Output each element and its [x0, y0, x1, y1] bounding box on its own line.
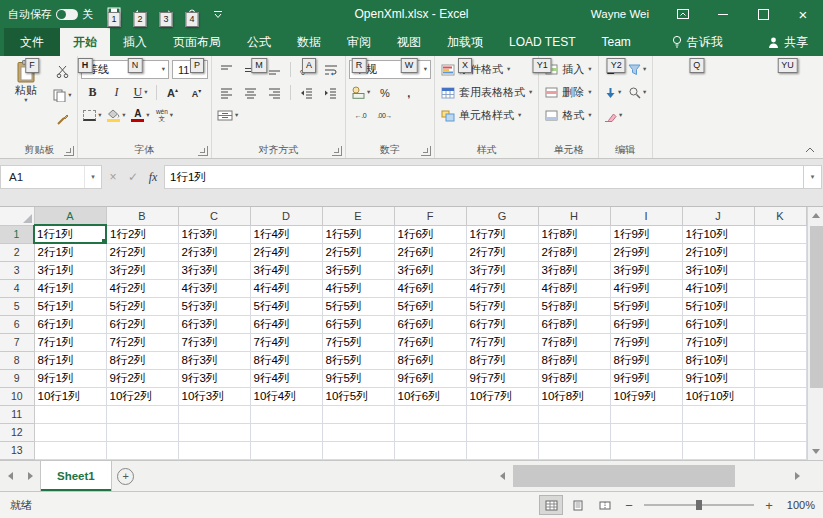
format-as-table-button[interactable]: 套用表格格式 ▾ [438, 81, 535, 104]
cell-C6[interactable]: 6行3列 [178, 315, 250, 333]
cell-C3[interactable]: 3行3列 [178, 261, 250, 279]
cell-J9[interactable]: 9行10列 [682, 369, 754, 387]
cell-E13[interactable] [322, 441, 394, 459]
cell-G8[interactable]: 8行7列 [466, 351, 538, 369]
column-header-F[interactable]: F [394, 207, 466, 225]
cut-button[interactable] [51, 62, 74, 81]
cell-H7[interactable]: 7行8列 [538, 333, 610, 351]
row-header-8[interactable]: 8 [0, 351, 34, 369]
conditional-formatting-button[interactable]: 条件格式 ▾ [438, 58, 535, 81]
cell-H9[interactable]: 9行8列 [538, 369, 610, 387]
cell-H4[interactable]: 4行8列 [538, 279, 610, 297]
cell-K4[interactable] [754, 279, 806, 297]
cell-H11[interactable] [538, 405, 610, 423]
cell-H5[interactable]: 5行8列 [538, 297, 610, 315]
column-header-B[interactable]: B [106, 207, 178, 225]
cell-J4[interactable]: 4行10列 [682, 279, 754, 297]
page-layout-view-button[interactable] [566, 495, 590, 515]
cell-E1[interactable]: 1行5列 [322, 225, 394, 243]
column-header-A[interactable]: A [34, 207, 106, 225]
column-header-I[interactable]: I [610, 207, 682, 225]
cell-D4[interactable]: 4行4列 [250, 279, 322, 297]
cell-C11[interactable] [178, 405, 250, 423]
cell-H6[interactable]: 6行8列 [538, 315, 610, 333]
dialog-launcher-icon[interactable] [64, 146, 74, 156]
column-header-C[interactable]: C [178, 207, 250, 225]
cell-J6[interactable]: 6行10列 [682, 315, 754, 333]
align-left-button[interactable] [215, 83, 238, 102]
scroll-down-button[interactable] [808, 443, 823, 460]
cell-D7[interactable]: 7行4列 [250, 333, 322, 351]
cell-E7[interactable]: 7行5列 [322, 333, 394, 351]
cell-D8[interactable]: 8行4列 [250, 351, 322, 369]
cell-I5[interactable]: 5行9列 [610, 297, 682, 315]
scroll-right-button[interactable] [789, 461, 806, 491]
cell-J7[interactable]: 7行10列 [682, 333, 754, 351]
ribbon-tab-9[interactable]: LOAD TESTY1 [496, 28, 588, 56]
align-top-button[interactable] [215, 60, 238, 79]
column-header-H[interactable]: H [538, 207, 610, 225]
cell-G12[interactable] [466, 423, 538, 441]
insert-function-button[interactable]: fx [144, 165, 162, 189]
cell-styles-button[interactable]: 单元格样式 ▾ [438, 104, 535, 127]
cell-B12[interactable] [106, 423, 178, 441]
undo-button[interactable]: 2 [127, 0, 153, 28]
cell-B10[interactable]: 10行2列 [106, 387, 178, 405]
cell-D10[interactable]: 10行4列 [250, 387, 322, 405]
row-header-7[interactable]: 7 [0, 333, 34, 351]
clear-button[interactable]: ▾ [602, 106, 625, 125]
cell-A3[interactable]: 3行1列 [34, 261, 106, 279]
column-header-D[interactable]: D [250, 207, 322, 225]
expand-formula-bar-button[interactable]: ▾ [804, 165, 822, 189]
copy-button[interactable]: ▾ [51, 86, 74, 105]
increase-indent-button[interactable] [319, 83, 342, 102]
name-box[interactable]: A1 ▾ [0, 165, 102, 189]
cell-D12[interactable] [250, 423, 322, 441]
cell-I9[interactable]: 9行9列 [610, 369, 682, 387]
cell-B13[interactable] [106, 441, 178, 459]
cell-A1[interactable]: 1行1列 [34, 225, 106, 243]
cell-J12[interactable] [682, 423, 754, 441]
select-all-button[interactable] [0, 207, 34, 225]
ribbon-tab-3[interactable]: 页面布局P [160, 28, 234, 56]
ribbon-tab-1[interactable]: 开始H [60, 28, 110, 56]
row-header-5[interactable]: 5 [0, 297, 34, 315]
cell-D11[interactable] [250, 405, 322, 423]
cell-K5[interactable] [754, 297, 806, 315]
cell-C9[interactable]: 9行3列 [178, 369, 250, 387]
cell-K11[interactable] [754, 405, 806, 423]
row-header-6[interactable]: 6 [0, 315, 34, 333]
ribbon-tab-7[interactable]: 视图W [384, 28, 434, 56]
cell-I11[interactable] [610, 405, 682, 423]
ribbon-tab-6[interactable]: 审阅R [334, 28, 384, 56]
cell-I6[interactable]: 6行9列 [610, 315, 682, 333]
cell-D13[interactable] [250, 441, 322, 459]
normal-view-button[interactable] [539, 495, 563, 515]
cell-E6[interactable]: 6行5列 [322, 315, 394, 333]
cell-J3[interactable]: 3行10列 [682, 261, 754, 279]
cell-J10[interactable]: 10行10列 [682, 387, 754, 405]
decrease-font-size-button[interactable]: A▾ [185, 83, 208, 102]
cell-C8[interactable]: 8行3列 [178, 351, 250, 369]
cell-B8[interactable]: 8行2列 [106, 351, 178, 369]
cell-A5[interactable]: 5行1列 [34, 297, 106, 315]
cell-G13[interactable] [466, 441, 538, 459]
cell-E3[interactable]: 3行5列 [322, 261, 394, 279]
delete-cells-button[interactable]: 删除 ▾ [542, 81, 594, 104]
cell-G11[interactable] [466, 405, 538, 423]
cell-C2[interactable]: 2行3列 [178, 243, 250, 261]
column-header-E[interactable]: E [322, 207, 394, 225]
cell-A4[interactable]: 4行1列 [34, 279, 106, 297]
cell-K13[interactable] [754, 441, 806, 459]
cell-B4[interactable]: 4行2列 [106, 279, 178, 297]
cell-F10[interactable]: 10行6列 [394, 387, 466, 405]
cell-G2[interactable]: 2行7列 [466, 243, 538, 261]
cell-H10[interactable]: 10行8列 [538, 387, 610, 405]
horizontal-scrollbar[interactable] [494, 461, 806, 491]
cell-A10[interactable]: 10行1列 [34, 387, 106, 405]
cell-H12[interactable] [538, 423, 610, 441]
cell-E2[interactable]: 2行5列 [322, 243, 394, 261]
cell-G5[interactable]: 5行7列 [466, 297, 538, 315]
sheet-nav-left-button[interactable] [0, 461, 20, 491]
underline-button[interactable]: U▾ [129, 83, 152, 102]
